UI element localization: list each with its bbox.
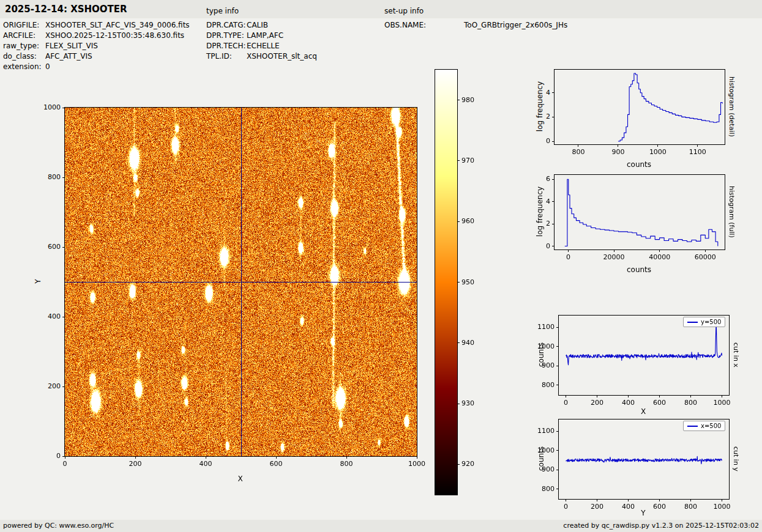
- x-tick-mark: [346, 457, 347, 459]
- x-tick-mark: [697, 145, 698, 147]
- meta-row-dprcatg: DPR.CATG:CALIB: [206, 21, 268, 29]
- y-tick-mark: [62, 386, 64, 387]
- main-y-axis-label: Y: [34, 251, 42, 312]
- meta-value: XSHOOTER_slt_acq: [247, 52, 317, 61]
- meta-label: OBS.NAME:: [384, 21, 464, 29]
- x-tick-label: 0: [553, 253, 583, 261]
- x-tick-mark: [135, 457, 136, 459]
- footer-bar: powered by QC: www.eso.org/HC created by…: [0, 520, 762, 532]
- y-tick-label: 800: [36, 173, 61, 181]
- y-tick-mark: [552, 179, 554, 180]
- cut-in-x-right-label: cut in x: [731, 315, 740, 394]
- cut-in-x-legend: y=500: [683, 317, 725, 327]
- detector-image-plot: 0200400600800100002004006008001000: [64, 107, 417, 457]
- meta-value: ToO_GRBtrigger_2x600s_JHs: [464, 21, 567, 29]
- colorbar-tick-label: 920: [461, 460, 486, 468]
- y-tick-label: 0: [526, 242, 550, 250]
- cut-in-y-y-axis-label: counts: [537, 428, 545, 489]
- x-tick-mark: [722, 396, 722, 397]
- meta-value: 0: [45, 62, 50, 71]
- x-tick-label: 800: [331, 460, 362, 468]
- x-tick-mark: [659, 250, 660, 252]
- y-tick-mark: [552, 92, 554, 93]
- y-tick-mark: [62, 247, 64, 248]
- x-tick-label: 0: [50, 460, 80, 468]
- histogram-full-plot: 02000040000600000246: [554, 174, 725, 250]
- meta-row-extension: extension:0: [3, 62, 50, 71]
- x-tick-mark: [597, 500, 597, 501]
- meta-value: FLEX_SLIT_VIS: [45, 42, 98, 50]
- histogram-detail-plot: 80090010001100024: [554, 69, 725, 145]
- x-tick-mark: [659, 500, 660, 501]
- x-tick-label: 400: [190, 460, 221, 468]
- x-tick-mark: [206, 457, 206, 459]
- setup-info-heading: set-up info: [384, 7, 424, 15]
- colorbar-tick-mark: [458, 100, 460, 100]
- x-tick-label: 60000: [690, 253, 720, 261]
- y-tick-mark: [552, 224, 554, 224]
- y-tick-mark: [62, 456, 64, 457]
- meta-label: do_class:: [3, 52, 45, 61]
- x-tick-mark: [614, 250, 614, 252]
- meta-row-origfile: ORIGFILE:XSHOOTER_SLT_AFC_VIS_349_0006.f…: [3, 21, 190, 29]
- legend-line-swatch: [687, 426, 698, 427]
- footer-qc-link[interactable]: powered by QC: www.eso.org/HC: [3, 522, 114, 530]
- main-x-axis-label: X: [64, 475, 416, 483]
- histogram-detail-x-axis-label: counts: [554, 160, 724, 169]
- x-tick-label: 900: [603, 148, 633, 156]
- y-tick-mark: [62, 317, 64, 317]
- histogram-detail-right-label: histogram (detail): [727, 69, 736, 144]
- cut-in-x-x-axis-label: X: [558, 407, 728, 416]
- legend-line-swatch: [687, 322, 698, 323]
- x-tick-mark: [690, 500, 691, 501]
- x-tick-mark: [276, 457, 277, 459]
- x-tick-label: 0: [550, 399, 581, 407]
- meta-value: ECHELLE: [247, 42, 280, 50]
- meta-row-dprtype: DPR.TYPE:LAMP,AFC: [206, 31, 283, 40]
- histogram-full-x-axis-label: counts: [554, 265, 724, 274]
- meta-value: AFC_ATT_VIS: [45, 52, 92, 61]
- meta-label: ORIGFILE:: [3, 21, 45, 29]
- colorbar-tick-label: 940: [461, 339, 486, 347]
- x-tick-mark: [566, 396, 566, 397]
- meta-label: DPR.CATG:: [206, 21, 247, 29]
- colorbar-tick-label: 960: [461, 217, 486, 225]
- y-tick-mark: [552, 117, 554, 117]
- type-info-heading: type info: [206, 7, 239, 15]
- y-tick-mark: [556, 385, 558, 385]
- y-tick-label: 0: [36, 452, 61, 460]
- histogram-detail-canvas: [555, 70, 725, 144]
- colorbar-tick-mark: [458, 160, 460, 161]
- legend-label: y=500: [701, 319, 721, 325]
- detector-image-canvas: [65, 108, 417, 456]
- x-tick-label: 40000: [644, 253, 675, 261]
- y-tick-mark: [556, 327, 558, 328]
- meta-row-arcfile: ARCFILE:XSHOO.2025-12-15T00:35:48.630.fi…: [3, 31, 184, 40]
- x-tick-label: 1100: [682, 148, 713, 156]
- x-tick-mark: [597, 396, 597, 397]
- x-tick-label: 800: [676, 399, 706, 407]
- histogram-full-canvas: [555, 175, 725, 249]
- x-tick-mark: [659, 396, 660, 397]
- colorbar-tick-mark: [458, 342, 460, 343]
- x-tick-mark: [566, 500, 566, 501]
- x-tick-label: 800: [563, 148, 594, 156]
- y-tick-label: 200: [36, 382, 61, 390]
- cut-in-x-canvas: [559, 316, 729, 395]
- colorbar-tick-mark: [458, 404, 460, 404]
- header-bar: 2025-12-14: XSHOOTER type info set-up in…: [0, 0, 762, 18]
- x-tick-label: 400: [613, 399, 643, 407]
- y-tick-mark: [62, 177, 64, 178]
- y-tick-mark: [556, 431, 558, 432]
- y-tick-label: 400: [36, 312, 61, 320]
- cut-in-y-legend: x=500: [683, 421, 725, 431]
- legend-label: x=500: [701, 423, 721, 429]
- colorbar-tick-label: 930: [461, 399, 486, 407]
- x-tick-label: 200: [581, 399, 612, 407]
- cut-in-x-y-axis-label: counts: [537, 324, 545, 385]
- meta-label: DPR.TECH:: [206, 42, 247, 50]
- meta-value: XSHOOTER_SLT_AFC_VIS_349_0006.fits: [45, 21, 190, 29]
- cut-in-y-x-axis-label: Y: [558, 509, 728, 517]
- y-tick-mark: [552, 201, 554, 202]
- y-tick-label: 600: [36, 243, 61, 251]
